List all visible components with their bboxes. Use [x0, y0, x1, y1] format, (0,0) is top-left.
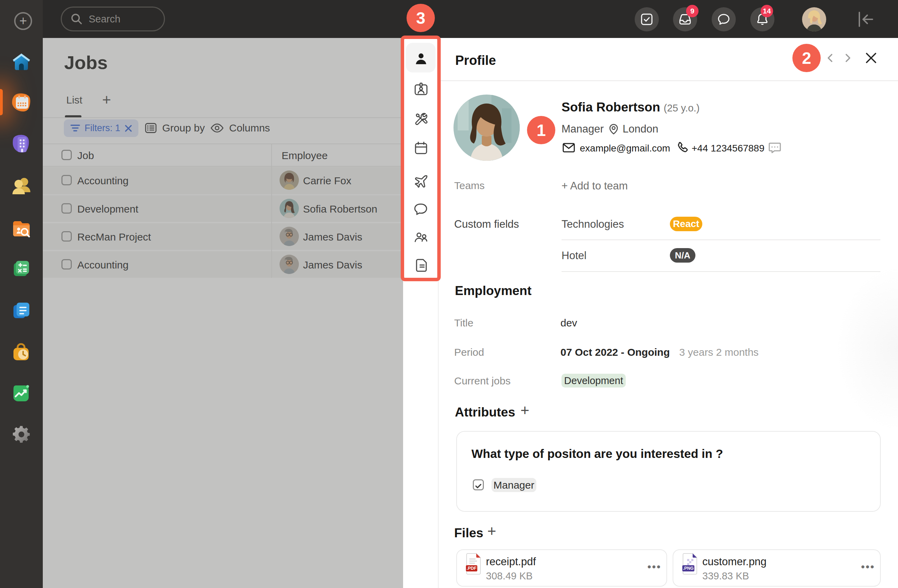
svg-text:.PNG: .PNG: [683, 566, 694, 571]
svg-text:.PDF: .PDF: [467, 566, 477, 571]
